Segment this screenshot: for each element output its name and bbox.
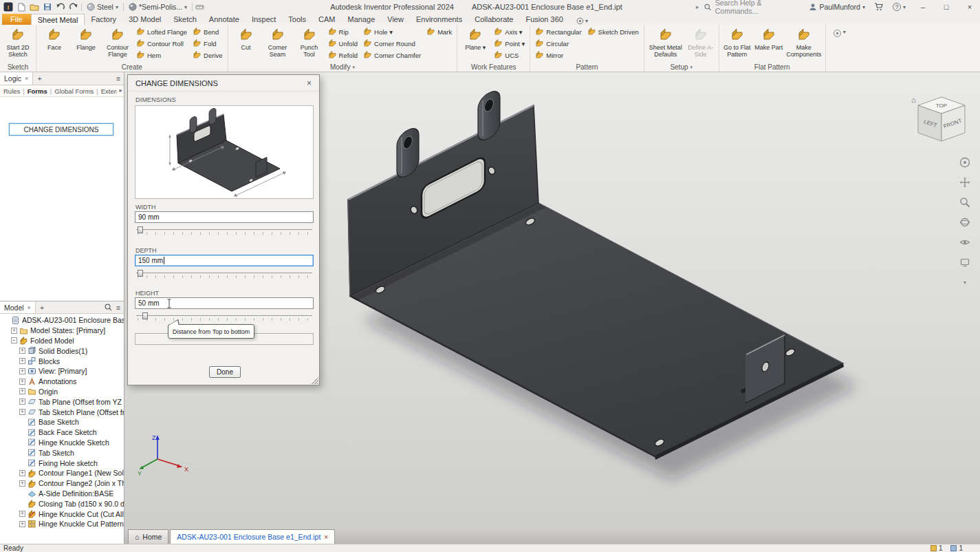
dialog-close-icon[interactable]: × — [305, 78, 314, 88]
browser-search-icon[interactable] — [105, 304, 112, 311]
ucs-button[interactable]: UCS — [492, 50, 527, 61]
logic-subtab-forms[interactable]: Forms — [28, 87, 47, 95]
close-button[interactable]: × — [961, 1, 979, 13]
depth-slider[interactable] — [135, 270, 314, 279]
sheet-metal-defaults-button[interactable]: Sheet Metal Defaults — [647, 26, 684, 62]
circular-button[interactable]: Circular — [533, 38, 583, 50]
change-dimensions-form-button[interactable]: CHANGE DIMENSIONS — [9, 123, 113, 136]
open-file-icon[interactable] — [29, 2, 40, 12]
ribbon-tab-factory[interactable]: Factory — [85, 14, 122, 25]
width-slider-handle[interactable] — [138, 226, 143, 233]
axis-button[interactable]: Axis ▾ — [492, 26, 527, 38]
tree-item-base-sketch[interactable]: Base Sketch — [0, 417, 124, 427]
logic-subtab-global-forms[interactable]: Global Forms — [54, 87, 94, 95]
inventor-app-logo[interactable]: I — [3, 2, 14, 12]
flange-button[interactable]: Flange — [71, 26, 101, 62]
ribbon-group-label-sketch[interactable]: Sketch — [1, 63, 34, 72]
measure-tool-icon[interactable] — [195, 2, 206, 12]
tree-item-adsk-au23-001-enclosure-base-e1-end-ip[interactable]: ADSK-AU23-001 Enclosure Base e1_End.ip — [0, 315, 124, 326]
change-dimensions-dialog[interactable]: CHANGE DIMENSIONS × DIMENSIONS — [127, 74, 320, 385]
subtab-overflow-arrow[interactable]: ▸ — [117, 87, 122, 94]
tree-item-tab-sketch-plane-offset-from-xz-pl[interactable]: +Tab Sketch Plane (Offset from XZ Pl — [0, 407, 124, 417]
dialog-resize-grip[interactable] — [312, 377, 318, 384]
tree-item-contour-flange1-new-solid-x-thickr[interactable]: +Contour Flange1 (New Solid x Thickr — [0, 468, 124, 478]
ribbon-tab-tools[interactable]: Tools — [282, 14, 312, 25]
tree-expander-icon[interactable]: + — [19, 480, 25, 487]
viewcube-top-label[interactable]: TOP — [936, 103, 947, 109]
tree-expander-icon[interactable]: + — [19, 470, 25, 476]
view-settings-icon[interactable] — [959, 256, 971, 268]
panel-menu-icon[interactable]: ≡ — [116, 304, 120, 312]
zoom-icon[interactable] — [959, 196, 971, 209]
model-panel-tab[interactable]: Model × — [0, 301, 36, 313]
appearance-dropdown[interactable]: *Semi-Polis... ▾ — [126, 1, 190, 12]
define-a-side-button[interactable]: Define A-Side — [686, 26, 716, 62]
corner-chamfer-button[interactable]: Corner Chamfer — [361, 50, 423, 61]
tree-item-tab-plane-offset-from-yz-plane-si[interactable]: +Tab Plane (Offset from YZ Plane (Si — [0, 396, 124, 407]
save-icon[interactable] — [42, 2, 53, 12]
minimize-button[interactable]: – — [914, 1, 932, 13]
add-panel-button[interactable]: + — [33, 74, 45, 83]
ribbon-group-label-modify[interactable]: Modify▾ — [230, 63, 456, 72]
height-input[interactable]: 50 mm — [135, 297, 314, 309]
tree-item-back-face-sketch[interactable]: Back Face Sketch — [0, 427, 124, 438]
material-dropdown[interactable]: Steel ▾ — [84, 1, 121, 12]
height-slider[interactable] — [135, 312, 314, 322]
fullnav-wheel-icon[interactable] — [959, 156, 971, 169]
tree-expander-icon[interactable]: + — [19, 409, 25, 415]
logic-subtab-rules[interactable]: Rules — [3, 87, 20, 95]
navbar-more-icon[interactable]: ▾ — [959, 276, 971, 288]
tree-item-closing-tab-d150-x-90-0-deg[interactable]: Closing Tab (d150 x 90.0 deg) — [0, 498, 124, 509]
tree-item-model-states-primary[interactable]: +Model States: [Primary] — [0, 326, 124, 336]
file-menu-tab[interactable]: File — [2, 14, 31, 25]
ribbon-group-label-pattern[interactable]: Pattern — [532, 63, 642, 72]
user-account-menu[interactable]: PaulMunford ▾ — [806, 1, 868, 12]
done-button[interactable]: Done — [209, 366, 241, 378]
ribbon-tab-sketch[interactable]: Sketch — [167, 14, 203, 25]
ribbon-tab-3d-model[interactable]: 3D Model — [122, 14, 167, 25]
close-icon[interactable]: × — [25, 75, 28, 82]
panel-menu-icon[interactable]: ≡ — [116, 74, 120, 83]
ribbon-tab-manage[interactable]: Manage — [342, 14, 382, 25]
orbit-icon[interactable] — [959, 216, 971, 229]
new-file-icon[interactable] — [16, 2, 27, 12]
home-view-icon[interactable]: ⌂ — [911, 96, 916, 104]
document-tab-active[interactable]: ADSK-AU23-001 Enclosure Base e1_End.ipt … — [170, 529, 335, 544]
height-slider-handle[interactable] — [142, 312, 148, 319]
plane-button[interactable]: Plane ▾ — [460, 26, 490, 62]
ribbon-tab-collaborate[interactable]: Collaborate — [468, 14, 519, 25]
fold-button[interactable]: Fold — [190, 38, 224, 50]
tree-expander-icon[interactable]: + — [11, 328, 17, 334]
tree-expander-icon[interactable]: + — [19, 348, 25, 354]
add-panel-button[interactable]: + — [36, 304, 48, 312]
tree-expander-icon[interactable]: + — [19, 521, 25, 527]
tree-expander-icon[interactable]: + — [19, 358, 25, 364]
ribbon-tab-environments[interactable]: Environments — [410, 14, 468, 25]
tree-expander-icon[interactable]: + — [19, 399, 25, 405]
tree-item-tab-sketch[interactable]: Tab Sketch — [0, 447, 124, 458]
panel-collapse-arrow-icon[interactable]: ▸ — [696, 3, 699, 10]
unfold-button[interactable]: Unfold — [326, 38, 360, 50]
lofted-flange-button[interactable]: Lofted Flange — [134, 26, 189, 38]
ribbon-tab-annotate[interactable]: Annotate — [203, 14, 246, 25]
depth-slider-handle[interactable] — [138, 270, 143, 277]
tree-item-folded-model[interactable]: −Folded Model — [0, 336, 124, 346]
tree-expander-icon[interactable]: − — [11, 337, 17, 343]
derive-button[interactable]: Derive — [190, 50, 224, 61]
start-2d-sketch-button[interactable]: Start 2D Sketch — [3, 26, 33, 62]
punch-tool-button[interactable]: Punch Tool — [294, 26, 325, 62]
redo-icon[interactable] — [68, 2, 79, 12]
face-button[interactable]: Face — [39, 26, 69, 62]
ribbon-group-label-create[interactable]: Create — [38, 63, 226, 72]
hem-button[interactable]: Hem — [134, 50, 189, 61]
ribbon-tab-inspect[interactable]: Inspect — [246, 14, 282, 25]
ribbon-group-label-flat-pattern[interactable]: Flat Pattern — [721, 63, 824, 72]
tree-item-solid-bodies-1[interactable]: +Solid Bodies(1) — [0, 346, 124, 356]
view-cube[interactable]: ⌂ TOP LEFT FRONT — [906, 93, 972, 151]
ribbon-tab-view[interactable]: View — [381, 14, 410, 25]
tree-item-view-primary[interactable]: +View: [Primary] — [0, 366, 124, 376]
tree-item-fixing-hole-sketch[interactable]: Fixing Hole sketch — [0, 458, 124, 468]
width-input[interactable]: 90 mm — [135, 211, 314, 223]
ribbon-tab-cam[interactable]: CAM — [312, 14, 341, 25]
tree-expander-icon[interactable]: + — [19, 388, 25, 394]
